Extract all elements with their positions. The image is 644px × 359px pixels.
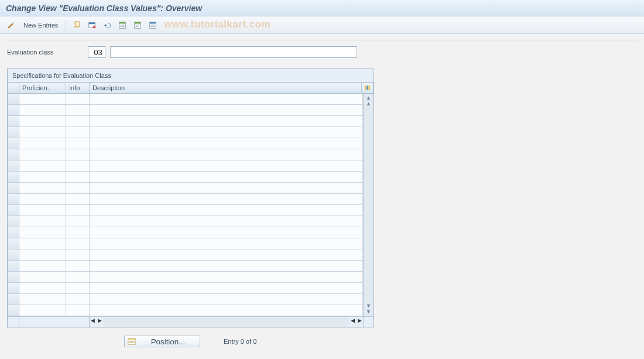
svg-rect-7 [121, 25, 125, 25]
toolbar: New Entries www.tutorialkart.com [0, 16, 644, 34]
row-selector[interactable] [8, 216, 19, 227]
svg-rect-15 [151, 25, 155, 25]
svg-rect-12 [136, 26, 138, 26]
row-selector[interactable] [8, 183, 19, 194]
svg-rect-3 [89, 22, 95, 24]
row-selector[interactable] [8, 160, 19, 172]
row-selector[interactable] [8, 138, 19, 149]
evaluation-class-label: Evaluation class [7, 49, 83, 56]
row-selector[interactable] [8, 105, 19, 116]
col-header-info[interactable]: Info [66, 83, 90, 93]
evaluation-class-row: Evaluation class [7, 46, 637, 58]
title-bar: Change View "Evaluation Class Values": O… [0, 0, 644, 16]
col-header-description[interactable]: Description [90, 83, 362, 93]
svg-rect-23 [129, 343, 135, 343]
watermark-text: www.tutorialkart.com [164, 19, 270, 30]
horizontal-scrollbar[interactable]: ◄ ► ◄ ► [8, 316, 374, 327]
svg-rect-6 [119, 22, 126, 23]
row-selector[interactable] [8, 261, 19, 272]
svg-rect-8 [121, 26, 125, 26]
row-selector[interactable] [8, 294, 19, 305]
row-selector[interactable] [8, 283, 19, 294]
grid-body: ▲ ▲ ▼ ▼ [19, 94, 374, 316]
undo-change-button[interactable] [101, 19, 114, 31]
row-selector[interactable] [8, 116, 19, 127]
svg-rect-16 [151, 26, 155, 26]
table-row[interactable] [19, 160, 363, 172]
svg-rect-21 [128, 339, 135, 340]
row-selector[interactable] [8, 272, 19, 283]
table-row[interactable] [19, 127, 363, 138]
table-row[interactable] [19, 205, 363, 216]
row-selector[interactable] [8, 149, 19, 160]
scroll-left-icon[interactable]: ◄ [90, 317, 96, 327]
table-row[interactable] [19, 194, 363, 205]
table-row[interactable] [19, 249, 363, 261]
evaluation-class-desc-input[interactable] [110, 46, 357, 58]
table-row[interactable] [19, 227, 363, 238]
svg-rect-10 [135, 22, 141, 23]
table-row[interactable] [19, 105, 363, 116]
table-row[interactable] [19, 283, 363, 294]
table-row[interactable] [19, 294, 363, 305]
position-button[interactable]: Position... [124, 336, 200, 347]
row-selector[interactable] [8, 238, 19, 249]
table-row[interactable] [19, 183, 363, 194]
table-row[interactable] [19, 216, 363, 227]
svg-rect-19 [368, 86, 370, 90]
vertical-scrollbar[interactable]: ▲ ▲ ▼ ▼ [363, 94, 374, 316]
table-row[interactable] [19, 261, 363, 272]
hscroll-corner [363, 317, 374, 327]
content-area: Evaluation class Specifications for Eval… [0, 34, 644, 353]
toggle-change-display-button[interactable] [5, 19, 18, 31]
specifications-panel: Specifications for Evaluation Class [7, 69, 374, 327]
table-row[interactable] [19, 116, 363, 127]
grid-header: Proficien. Info Description [19, 82, 374, 94]
hscroll-spacer [8, 317, 19, 327]
delete-button[interactable] [85, 19, 98, 31]
table-row[interactable] [19, 305, 363, 316]
row-selector[interactable] [8, 172, 19, 183]
page-title: Change View "Evaluation Class Values": O… [6, 4, 202, 13]
panel-title: Specifications for Evaluation Class [8, 69, 374, 82]
position-icon [128, 337, 136, 346]
table-row[interactable] [19, 94, 363, 105]
row-selector[interactable] [8, 249, 19, 261]
row-selector[interactable] [8, 205, 19, 216]
position-label: Position... [139, 337, 197, 346]
footer-row: Position... Entry 0 of 0 [7, 336, 637, 347]
evaluation-class-code-input[interactable] [88, 46, 105, 58]
svg-rect-11 [136, 25, 140, 25]
svg-rect-18 [366, 86, 368, 90]
deselect-all-button[interactable] [146, 19, 159, 31]
svg-rect-22 [129, 341, 135, 341]
table-row[interactable] [19, 272, 363, 283]
row-selector[interactable] [8, 127, 19, 138]
hscroll-track[interactable] [103, 317, 350, 327]
row-selector[interactable] [8, 194, 19, 205]
grid-rows [19, 94, 363, 316]
table-row[interactable] [19, 138, 363, 149]
row-selector[interactable] [8, 305, 19, 316]
col-header-proficiency[interactable]: Proficien. [19, 83, 66, 93]
configure-columns-button[interactable] [362, 83, 374, 93]
table-row[interactable] [19, 172, 363, 183]
new-entries-button[interactable]: New Entries [20, 22, 61, 29]
select-block-button[interactable] [131, 19, 144, 31]
scroll-left-icon[interactable]: ◄ [350, 317, 356, 327]
row-selector[interactable] [8, 94, 19, 105]
scroll-right-icon[interactable]: ► [97, 317, 103, 327]
row-selector[interactable] [8, 227, 19, 238]
scroll-up-icon[interactable]: ▲ [366, 95, 371, 101]
scroll-right-icon[interactable]: ► [357, 317, 363, 327]
select-all-button[interactable] [116, 19, 129, 31]
scroll-up-icon[interactable]: ▲ [366, 101, 371, 107]
row-selector-column [8, 82, 19, 316]
scroll-down-icon[interactable]: ▼ [366, 309, 371, 314]
copy-as-button[interactable] [70, 19, 83, 31]
table-row[interactable] [19, 238, 363, 249]
table-row[interactable] [19, 149, 363, 160]
toolbar-separator [66, 20, 66, 30]
hscroll-fixed-area [19, 317, 90, 327]
scroll-down-icon[interactable]: ▼ [366, 303, 371, 309]
